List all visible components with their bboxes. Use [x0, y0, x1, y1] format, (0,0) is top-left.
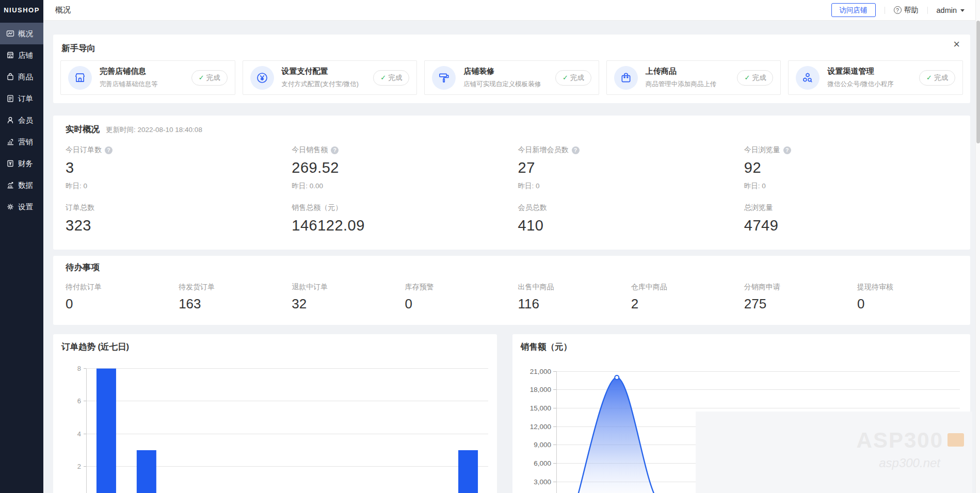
shop-icon	[6, 51, 14, 59]
realtime-card: 实时概况 更新时间: 2022-08-10 18:40:08 今日订单数? 3 …	[53, 116, 970, 250]
todo-warehouse-goods[interactable]: 仓库中商品 2	[631, 283, 744, 312]
stat-value: 3	[66, 159, 292, 176]
stat-total-orders: 订单总数 323	[66, 203, 292, 234]
sidebar-item-shop[interactable]: 店铺	[0, 44, 43, 66]
storefront-icon	[68, 66, 92, 90]
check-icon: ✓	[199, 74, 204, 81]
guide-item-payment[interactable]: 设置支付配置 支付方式配置(支付宝/微信) ✓完成	[243, 60, 417, 95]
stat-value: 92	[744, 159, 970, 176]
stat-total-members: 会员总数 410	[518, 203, 744, 234]
sidebar-item-label: 会员	[18, 116, 33, 125]
username: admin	[937, 6, 957, 14]
sidebar-item-orders[interactable]: 订单	[0, 88, 43, 109]
guide-item-upload-goods[interactable]: 上传商品 商品管理中添加商品上传 ✓完成	[606, 60, 781, 95]
sidebar-item-label: 概况	[18, 29, 33, 39]
todo-refunding-orders[interactable]: 退款中订单 32	[292, 283, 405, 312]
data-icon	[6, 181, 14, 189]
breadcrumb: 概况	[43, 5, 71, 15]
guide-item-title: 设置渠道管理	[827, 67, 893, 76]
stat-value: 4749	[744, 217, 970, 234]
sidebar-item-goods[interactable]: 商品	[0, 66, 43, 88]
shopping-bag-icon	[614, 66, 638, 90]
svg-text:6,000: 6,000	[534, 459, 551, 467]
guide-item-title: 上传商品	[646, 67, 717, 76]
stat-value: 146122.09	[292, 217, 518, 234]
sidebar-nav: 概况 店铺 商品 订单 会员 营销	[0, 23, 43, 218]
question-icon[interactable]: ?	[331, 146, 339, 154]
sidebar-item-finance[interactable]: 财务	[0, 153, 43, 174]
status-badge: ✓完成	[555, 70, 591, 86]
svg-text:15,000: 15,000	[530, 404, 551, 412]
sidebar-item-label: 商品	[18, 72, 33, 82]
sidebar-item-label: 设置	[18, 202, 33, 212]
sidebar-item-label: 订单	[18, 94, 33, 104]
todo-to-ship-orders[interactable]: 待发货订单 163	[179, 283, 292, 312]
close-icon[interactable]: ×	[953, 39, 960, 50]
sidebar-item-settings[interactable]: 设置	[0, 196, 43, 218]
todo-card: 待办事项 待付款订单 0 待发货订单 163 退款中订单 32 库存预警 0	[53, 256, 970, 325]
watermark: ASP300 asp300.net	[696, 412, 972, 493]
finance-icon	[6, 159, 14, 168]
chevron-down-icon	[960, 9, 965, 14]
visit-shop-button[interactable]: 访问店铺	[831, 3, 876, 17]
todo-unpaid-orders[interactable]: 待付款订单 0	[66, 283, 179, 312]
todo-value: 32	[292, 296, 405, 312]
stat-yesterday: 昨日: 0	[66, 182, 292, 191]
todo-value: 163	[179, 296, 292, 312]
guide-item-desc: 商品管理中添加商品上传	[646, 80, 717, 89]
todo-value: 2	[631, 296, 744, 312]
app-logo: NIUSHOP	[0, 0, 43, 21]
todo-value: 0	[405, 296, 518, 312]
question-icon[interactable]: ?	[572, 146, 580, 154]
guide-item-decorate[interactable]: 店铺装修 店铺可实现自定义模板装修 ✓完成	[424, 60, 599, 95]
yen-circle-icon	[250, 66, 274, 90]
scrollbar-thumb[interactable]	[976, 21, 980, 143]
help-label: 帮助	[904, 6, 919, 15]
check-icon: ✓	[380, 74, 386, 81]
sidebar-item-members[interactable]: 会员	[0, 109, 43, 131]
help-icon: ?	[894, 6, 902, 14]
stat-today-orders: 今日订单数? 3 昨日: 0	[66, 145, 292, 191]
svg-text:21,000: 21,000	[530, 368, 551, 375]
todo-on-sale-goods[interactable]: 出售中商品 116	[518, 283, 631, 312]
sidebar-item-data[interactable]: 数据	[0, 174, 43, 196]
guide-item-title: 完善店铺信息	[100, 67, 158, 76]
help-link[interactable]: ? 帮助	[894, 6, 919, 15]
guide-item-title: 设置支付配置	[282, 67, 359, 76]
sidebar-item-marketing[interactable]: 营销	[0, 131, 43, 153]
goods-icon	[6, 73, 14, 81]
watermark-badge	[947, 433, 964, 447]
sidebar-item-label: 财务	[18, 159, 33, 169]
check-icon: ✓	[926, 74, 932, 81]
stat-total-sales: 销售总额（元） 146122.09	[292, 203, 518, 234]
guide-item-shop-info[interactable]: 完善店铺信息 完善店铺基础信息等 ✓完成	[60, 60, 235, 95]
todo-value: 116	[518, 296, 631, 312]
question-icon[interactable]: ?	[783, 146, 791, 154]
stat-today-sales: 今日销售额? 269.52 昨日: 0.00	[292, 145, 518, 191]
question-icon[interactable]: ?	[105, 146, 113, 154]
orders-bar-chart: 2468	[53, 334, 497, 493]
todo-stock-warning[interactable]: 库存预警 0	[405, 283, 518, 312]
guide-item-channels[interactable]: 设置渠道管理 微信公众号/微信小程序 ✓完成	[788, 60, 963, 95]
todo-grid: 待付款订单 0 待发货订单 163 退款中订单 32 库存预警 0 出售中商品	[66, 283, 970, 312]
topbar: 概况 访问店铺 ? 帮助 admin	[43, 0, 980, 21]
stat-value: 323	[66, 217, 292, 234]
todo-withdrawals-pending[interactable]: 提现待审核 0	[857, 283, 970, 312]
stat-value: 410	[518, 217, 744, 234]
user-menu[interactable]: admin	[937, 6, 965, 14]
status-badge: ✓完成	[919, 70, 955, 86]
status-badge: ✓完成	[737, 70, 773, 86]
member-icon	[6, 116, 14, 124]
stat-today-members: 今日新增会员数? 27 昨日: 0	[518, 145, 744, 191]
guide-title: 新手导向	[61, 43, 963, 54]
todo-distributor-applications[interactable]: 分销商申请 275	[744, 283, 857, 312]
scrollbar[interactable]	[975, 0, 980, 493]
stat-total-views: 总浏览量 4749	[744, 203, 970, 234]
divider	[885, 7, 885, 14]
todo-title: 待办事项	[66, 262, 970, 273]
sidebar-item-overview[interactable]: 概况	[0, 23, 43, 44]
check-icon: ✓	[744, 74, 750, 81]
sidebar-item-label: 数据	[18, 180, 33, 190]
svg-text:8: 8	[77, 365, 81, 372]
guide-item-desc: 微信公众号/微信小程序	[827, 80, 893, 89]
